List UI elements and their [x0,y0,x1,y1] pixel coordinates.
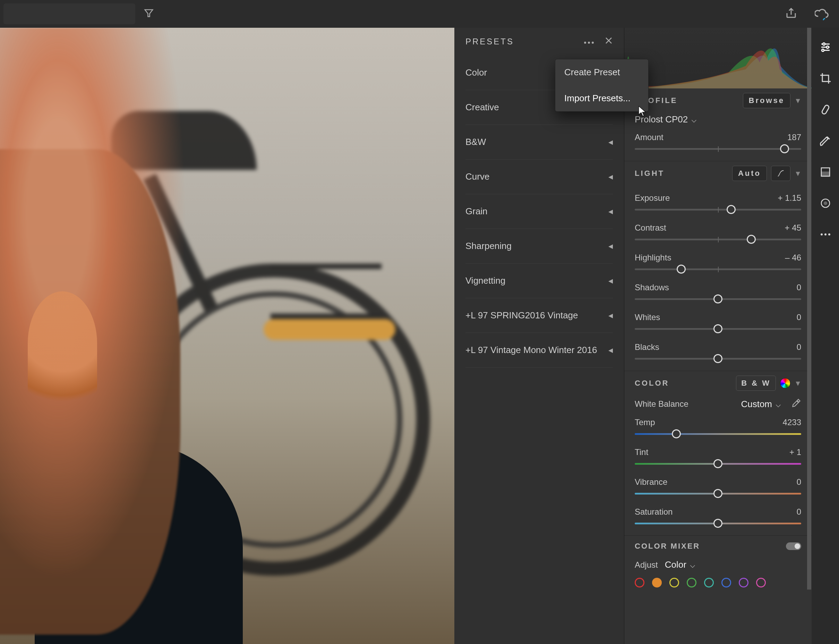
cloud-sync-icon[interactable] [815,7,829,22]
linear-gradient-icon[interactable] [819,165,832,179]
color-mixer-icon[interactable] [780,378,790,388]
slider-label: Blacks [635,342,797,352]
svg-point-1 [584,42,586,44]
slider-label: Contrast [635,223,785,233]
chevron-down-icon[interactable]: ▾ [796,169,801,178]
preset-group[interactable]: +L 97 SPRING2016 Vintage◂ [465,298,613,333]
color-swatch-grn[interactable] [687,578,696,588]
color-swatch-aqu[interactable] [704,578,714,588]
share-icon[interactable] [785,7,797,21]
whites-slider[interactable] [635,323,801,335]
chevron-down-icon[interactable]: ▾ [796,96,801,105]
browse-profile-button[interactable]: Browse [743,93,790,108]
tool-rail [812,28,839,644]
preset-group-label: Curve [465,171,608,182]
preset-group-label: Vignetting [465,275,608,286]
svg-point-16 [824,202,827,205]
tone-curve-button[interactable] [771,166,790,181]
presets-context-menu: Create Preset Import Presets... [555,59,649,112]
slider-value: 4233 [783,417,801,427]
triangle-collapse-icon: ◂ [608,136,613,147]
chevron-down-icon[interactable]: ▾ [796,379,801,388]
svg-point-10 [826,46,829,49]
svg-rect-14 [821,172,830,176]
amount-slider[interactable] [635,143,801,154]
image-preview[interactable] [0,28,454,644]
slider-value: 0 [797,507,801,517]
preset-group[interactable]: Curve◂ [465,159,613,194]
slider-value: 0 [797,342,801,352]
close-icon[interactable] [604,36,613,47]
crop-icon[interactable] [819,71,832,85]
slider-value: 0 [797,312,801,322]
slider-row: Highlights– 46 [635,253,801,263]
svg-point-19 [828,233,830,235]
saturation-slider[interactable] [635,518,801,529]
profile-select[interactable]: Prolost CP02⌵ [635,114,801,125]
presets-more-icon[interactable] [584,37,594,46]
exposure-slider[interactable] [635,204,801,215]
eyedropper-icon[interactable] [791,398,801,410]
blacks-slider[interactable] [635,353,801,365]
menu-create-preset[interactable]: Create Preset [555,59,648,85]
shadows-slider[interactable] [635,293,801,305]
slider-row: Shadows0 [635,283,801,292]
adjust-select[interactable]: Color⌵ [665,559,695,570]
slider-label: Shadows [635,283,797,292]
slider-label: Highlights [635,253,785,263]
color-title: COLOR [635,379,736,388]
profile-title: PROFILE [635,96,739,105]
white-balance-select[interactable]: Custom⌵ [741,399,781,409]
vibrance-slider[interactable] [635,488,801,499]
slider-value: 0 [797,477,801,487]
preset-group[interactable]: B&W◂ [465,125,613,159]
preset-group-label: Sharpening [465,241,608,251]
highlights-slider[interactable] [635,263,801,275]
preset-group-label: B&W [465,136,608,147]
amount-value: 187 [787,133,801,142]
preset-group[interactable]: Vignetting◂ [465,264,613,298]
contrast-slider[interactable] [635,233,801,245]
brush-icon[interactable] [819,134,832,148]
slider-value: + 1 [790,447,801,457]
triangle-collapse-icon: ◂ [608,275,613,286]
filter-icon[interactable] [144,8,154,20]
svg-rect-12 [821,104,830,115]
search-input[interactable] [3,3,135,24]
color-mixer-toggle[interactable] [786,542,801,550]
edit-panel: PROFILE Browse ▾ Prolost CP02⌵ Amount 18… [624,28,812,644]
slider-label: Temp [635,417,783,427]
more-tools-icon[interactable] [819,227,832,242]
edit-sliders-icon[interactable] [819,40,832,54]
menu-import-presets[interactable]: Import Presets... [555,85,648,111]
svg-point-9 [823,43,825,46]
preset-group[interactable]: Grain◂ [465,194,613,229]
svg-point-11 [822,49,824,52]
slider-value: + 45 [785,223,801,233]
healing-brush-icon[interactable] [819,103,832,117]
white-balance-label: White Balance [635,399,741,409]
preset-group[interactable]: +L 97 Vintage Mono Winter 2016◂ [465,333,613,368]
adjust-label: Adjust [635,560,658,570]
radial-gradient-icon[interactable] [819,196,832,210]
color-swatch-pur[interactable] [739,578,749,588]
light-title: LIGHT [635,169,728,178]
amount-label: Amount [635,133,787,142]
tint-slider[interactable] [635,458,801,470]
color-swatch-yel[interactable] [669,578,679,588]
bw-toggle-button[interactable]: B & W [736,376,776,391]
preset-group[interactable]: Sharpening◂ [465,229,613,264]
histogram[interactable] [624,28,812,89]
temp-slider[interactable] [635,428,801,440]
color-swatch-mag[interactable] [756,578,766,588]
svg-point-3 [592,42,594,44]
auto-button[interactable]: Auto [732,166,767,181]
slider-value: 0 [797,283,801,292]
edit-scrollbar[interactable] [807,28,811,590]
color-swatch-red[interactable] [635,578,644,588]
color-mixer-title: COLOR MIXER [635,542,700,551]
top-bar [0,0,839,28]
color-swatch-org[interactable] [652,578,662,588]
slider-value: + 1.15 [778,193,801,203]
color-swatch-blu[interactable] [721,578,731,588]
